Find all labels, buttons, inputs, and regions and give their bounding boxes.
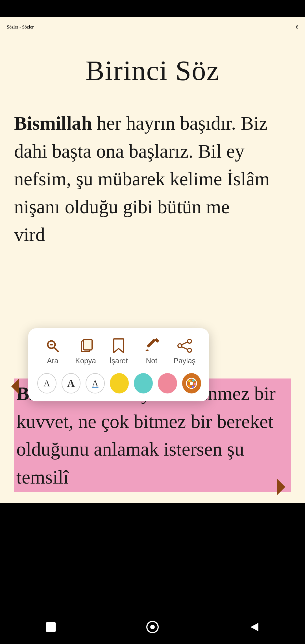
svg-rect-5 xyxy=(147,339,156,348)
toolbar-btn-kopya[interactable]: Kopya xyxy=(73,337,98,365)
main-text: Bismillah her hayrın başıdır. Biz dahi b… xyxy=(14,109,291,249)
nav-stop-btn[interactable] xyxy=(42,618,60,636)
svg-point-10 xyxy=(188,348,191,352)
palette-btn[interactable] xyxy=(182,373,201,393)
svg-point-19 xyxy=(190,382,193,385)
svg-point-22 xyxy=(150,625,155,629)
search-icon xyxy=(44,337,61,354)
font-underline-btn[interactable]: A xyxy=(86,373,105,393)
svg-point-18 xyxy=(188,385,190,387)
toolbar-label-isaret: İşaret xyxy=(109,356,128,365)
toolbar-row2: A A A xyxy=(36,373,201,393)
svg-point-16 xyxy=(194,383,196,385)
font-normal-label: A xyxy=(43,378,50,389)
svg-point-8 xyxy=(178,344,182,348)
bookmark-icon xyxy=(110,337,127,354)
text-continuation: vird xyxy=(14,224,45,245)
toolbar-row1: Ara Kopya İşaret xyxy=(36,337,201,365)
font-bold-label: A xyxy=(67,377,75,389)
svg-rect-20 xyxy=(46,622,56,632)
svg-line-1 xyxy=(54,347,58,351)
copy-icon xyxy=(77,337,94,354)
font-bold-btn[interactable]: A xyxy=(62,373,81,393)
svg-rect-7 xyxy=(154,338,159,343)
book-title: Birinci Söz xyxy=(14,54,291,87)
svg-marker-6 xyxy=(145,349,149,351)
svg-point-17 xyxy=(192,386,194,388)
svg-rect-4 xyxy=(84,339,92,350)
toolbar-btn-isaret[interactable]: İşaret xyxy=(106,337,131,365)
svg-point-14 xyxy=(188,380,191,382)
nav-home-btn[interactable] xyxy=(143,618,162,636)
svg-rect-2 xyxy=(50,344,53,345)
font-normal-btn[interactable]: A xyxy=(37,373,56,393)
bottom-nav xyxy=(0,610,305,644)
toolbar-label-ara: Ara xyxy=(47,356,58,365)
toolbar-label-paylas: Paylaş xyxy=(174,356,196,365)
color-pink-btn[interactable] xyxy=(158,373,177,393)
popup-toolbar: Ara Kopya İşaret xyxy=(28,328,209,401)
svg-line-11 xyxy=(182,342,188,345)
header-bar: Sözler - Sözler 6 xyxy=(0,17,305,37)
selection-handle-left-top xyxy=(11,378,19,394)
svg-point-15 xyxy=(192,379,195,382)
toolbar-btn-not[interactable]: Not xyxy=(139,337,164,365)
toolbar-btn-ara[interactable]: Ara xyxy=(40,337,65,365)
svg-point-9 xyxy=(188,339,191,343)
header-page-number: 6 xyxy=(296,25,298,30)
nav-back-btn[interactable] xyxy=(245,618,263,636)
pencil-icon xyxy=(143,337,160,354)
toolbar-label-kopya: Kopya xyxy=(75,356,96,365)
color-teal-btn[interactable] xyxy=(134,373,153,393)
content-area: Birinci Söz Bismillah her hayrın başıdır… xyxy=(0,37,305,503)
header-title: Sözler - Sözler xyxy=(7,25,34,30)
font-underline-label: A xyxy=(92,378,98,389)
toolbar-btn-paylas[interactable]: Paylaş xyxy=(172,337,197,365)
status-bar xyxy=(0,0,305,17)
toolbar-label-not: Not xyxy=(146,356,157,365)
bold-bismillah-1: Bismillah xyxy=(14,112,92,134)
svg-marker-23 xyxy=(250,623,258,631)
selection-handle-right-bottom xyxy=(277,479,285,495)
share-icon xyxy=(176,337,193,354)
color-yellow-btn[interactable] xyxy=(110,373,129,393)
svg-line-12 xyxy=(182,347,188,349)
